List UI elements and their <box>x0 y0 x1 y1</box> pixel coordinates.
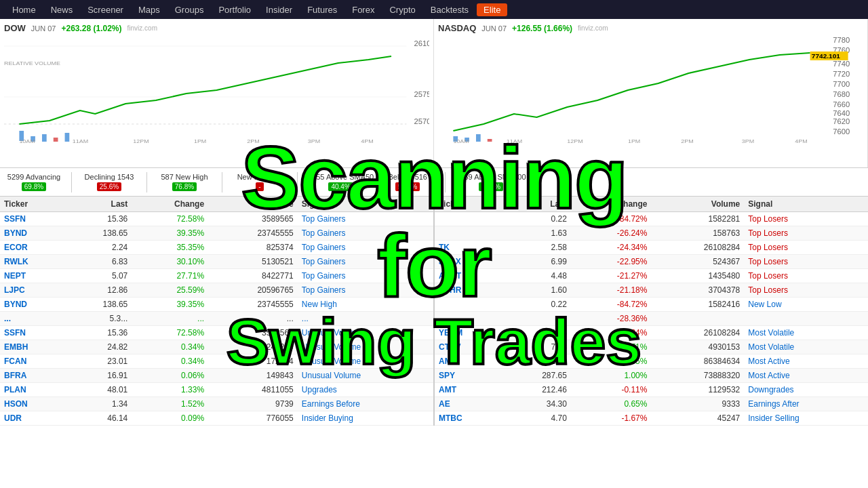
ticker-cell[interactable]: ECOR <box>0 241 65 255</box>
table-row[interactable]: LJPC 12.86 25.59% 20596765 Top Gainers <box>0 283 433 298</box>
signal-cell-r[interactable] <box>744 312 868 326</box>
table-row[interactable]: 1.63 -26.24% 158763 Top Losers <box>435 226 868 241</box>
signal-cell-r[interactable]: Top Losers <box>744 226 868 241</box>
signal-cell[interactable]: Unusual Volume <box>298 369 433 383</box>
table-row[interactable]: UDR 46.14 0.09% 776055 Insider Buying <box>0 411 433 426</box>
table-row[interactable]: YEOM 2.58 -24.34% 26108284 Most Volatile <box>435 326 868 340</box>
signal-cell[interactable]: Earnings Before <box>298 397 433 411</box>
nav-screener[interactable]: Screener <box>81 3 130 16</box>
ticker-cell[interactable]: BFRA <box>0 369 65 383</box>
signal-cell[interactable]: Top Gainers <box>298 241 433 255</box>
ticker-cell-r[interactable]: AMT <box>435 383 502 397</box>
ticker-cell-r[interactable]: AMD <box>435 354 502 369</box>
table-row[interactable]: 0.22 -84.72% 1582416 New Low <box>435 298 868 312</box>
ticker-cell-r[interactable]: AE <box>435 397 502 411</box>
ticker-cell-r[interactable]: CTRV <box>435 340 502 354</box>
ticker-cell-r[interactable] <box>435 226 502 241</box>
signal-cell-r[interactable]: Top Losers <box>744 241 868 255</box>
table-row[interactable]: HSON 1.34 1.52% 9739 Earnings Before <box>0 397 433 411</box>
table-row[interactable]: MTBC 4.70 -1.67% 45247 Insider Selling <box>435 411 868 426</box>
table-row[interactable]: CTRV 7.98 12.71% 4930153 Most Volatile <box>435 340 868 354</box>
table-row[interactable]: JAGX 6.99 -22.95% 524367 Top Losers <box>435 255 868 269</box>
nav-news[interactable]: News <box>44 3 80 16</box>
ticker-cell[interactable]: SSFN <box>0 212 65 226</box>
ticker-cell[interactable]: EMBH <box>0 340 65 354</box>
table-row[interactable]: ... 5.3... ... ... ... <box>0 312 433 326</box>
signal-cell-r[interactable]: Top Losers <box>744 212 868 226</box>
signal-cell[interactable]: Top Gainers <box>298 283 433 298</box>
table-row[interactable]: NEPT 5.07 27.71% 8422771 Top Gainers <box>0 269 433 283</box>
table-row[interactable]: AE 34.30 0.65% 9333 Earnings After <box>435 397 868 411</box>
table-row[interactable]: AMT 212.46 -0.11% 1129532 Downgrades <box>435 383 868 397</box>
ticker-cell-r[interactable] <box>435 212 502 226</box>
signal-cell[interactable]: Unusual Volume <box>298 326 433 340</box>
ticker-cell-r[interactable]: SPY <box>435 369 502 383</box>
ticker-cell[interactable]: FCAN <box>0 354 65 369</box>
signal-cell-r[interactable]: Most Volatile <box>744 340 868 354</box>
nav-crypto[interactable]: Crypto <box>382 3 422 16</box>
signal-cell[interactable]: New High <box>298 298 433 312</box>
table-row[interactable]: BYND 138.65 39.35% 23745555 Top Gainers <box>0 226 433 241</box>
ticker-cell[interactable]: PLAN <box>0 383 65 397</box>
table-row[interactable]: AMD 32.41 1.85% 86384634 Most Active <box>435 354 868 369</box>
signal-cell[interactable]: Insider Buying <box>298 411 433 426</box>
ticker-cell-r[interactable]: JAGX <box>435 255 502 269</box>
nav-backtests[interactable]: Backtests <box>424 3 475 16</box>
nav-groups[interactable]: Groups <box>168 3 211 16</box>
ticker-cell-r[interactable]: AXGT <box>435 269 502 283</box>
ticker-cell-r[interactable] <box>435 312 502 326</box>
signal-cell-r[interactable]: Top Losers <box>744 255 868 269</box>
ticker-cell[interactable]: UDR <box>0 411 65 426</box>
signal-cell[interactable]: Unusual Volume <box>298 340 433 354</box>
ticker-cell[interactable]: HSON <box>0 397 65 411</box>
nav-home[interactable]: Home <box>5 3 43 16</box>
ticker-cell-r[interactable]: MTBC <box>435 411 502 426</box>
ticker-cell[interactable]: RWLK <box>0 255 65 269</box>
table-row[interactable]: RWLK 6.83 30.10% 5130521 Top Gainers <box>0 255 433 269</box>
signal-cell-r[interactable]: Most Active <box>744 369 868 383</box>
table-row[interactable]: EMBH 24.82 0.34% 244229 Unusual Volume <box>0 340 433 354</box>
nav-forex[interactable]: Forex <box>345 3 381 16</box>
ticker-cell[interactable]: ... <box>0 312 65 326</box>
table-row[interactable]: BYND 138.65 39.35% 23745555 New High <box>0 298 433 312</box>
nav-futures[interactable]: Futures <box>300 3 344 16</box>
signal-cell-r[interactable]: Most Active <box>744 354 868 369</box>
signal-cell-r[interactable]: Downgrades <box>744 383 868 397</box>
table-row[interactable]: SSFN 15.36 72.58% 3589565 Unusual Volume <box>0 326 433 340</box>
signal-cell[interactable]: Unusual Volume <box>298 354 433 369</box>
signal-cell[interactable]: Upgrades <box>298 383 433 397</box>
table-row[interactable]: PLAN 48.01 1.33% 4811055 Upgrades <box>0 383 433 397</box>
signal-cell-r[interactable]: Insider Selling <box>744 411 868 426</box>
table-row[interactable]: BFRA 16.91 0.06% 149843 Unusual Volume <box>0 369 433 383</box>
signal-cell[interactable]: Top Gainers <box>298 212 433 226</box>
ticker-cell-r[interactable] <box>435 298 502 312</box>
table-row[interactable]: FCAN 23.01 0.34% 172164 Unusual Volume <box>0 354 433 369</box>
signal-cell[interactable]: ... <box>298 312 433 326</box>
ticker-cell-r[interactable]: TK <box>435 241 502 255</box>
table-row[interactable]: 0.22 -84.72% 1582281 Top Losers <box>435 212 868 226</box>
signal-cell-r[interactable]: New Low <box>744 298 868 312</box>
signal-cell-r[interactable]: Top Losers <box>744 283 868 298</box>
ticker-cell-r[interactable]: YEOM <box>435 326 502 340</box>
nav-elite[interactable]: Elite <box>477 3 507 16</box>
nav-maps[interactable]: Maps <box>132 3 167 16</box>
table-row[interactable]: -28.36% <box>435 312 868 326</box>
signal-cell-r[interactable]: Most Volatile <box>744 326 868 340</box>
ticker-cell[interactable]: BYND <box>0 298 65 312</box>
nav-portfolio[interactable]: Portfolio <box>212 3 258 16</box>
signal-cell[interactable]: Top Gainers <box>298 269 433 283</box>
ticker-cell[interactable]: SSFN <box>0 326 65 340</box>
signal-cell[interactable]: Top Gainers <box>298 255 433 269</box>
ticker-cell[interactable]: BYND <box>0 226 65 241</box>
table-row[interactable]: TK 2.58 -24.34% 26108284 Top Losers <box>435 241 868 255</box>
table-row[interactable]: CTHR 1.60 -21.18% 3704378 Top Losers <box>435 283 868 298</box>
nav-insider[interactable]: Insider <box>259 3 299 16</box>
signal-cell[interactable]: Top Gainers <box>298 226 433 241</box>
ticker-cell-r[interactable]: CTHR <box>435 283 502 298</box>
signal-cell-r[interactable]: Earnings After <box>744 397 868 411</box>
table-row[interactable]: SPY 287.65 1.00% 73888320 Most Active <box>435 369 868 383</box>
table-row[interactable]: SSFN 15.36 72.58% 3589565 Top Gainers <box>0 212 433 226</box>
table-row[interactable]: ECOR 2.24 35.35% 825374 Top Gainers <box>0 241 433 255</box>
signal-cell-r[interactable]: Top Losers <box>744 269 868 283</box>
table-row[interactable]: AXGT 4.48 -21.27% 1435480 Top Losers <box>435 269 868 283</box>
